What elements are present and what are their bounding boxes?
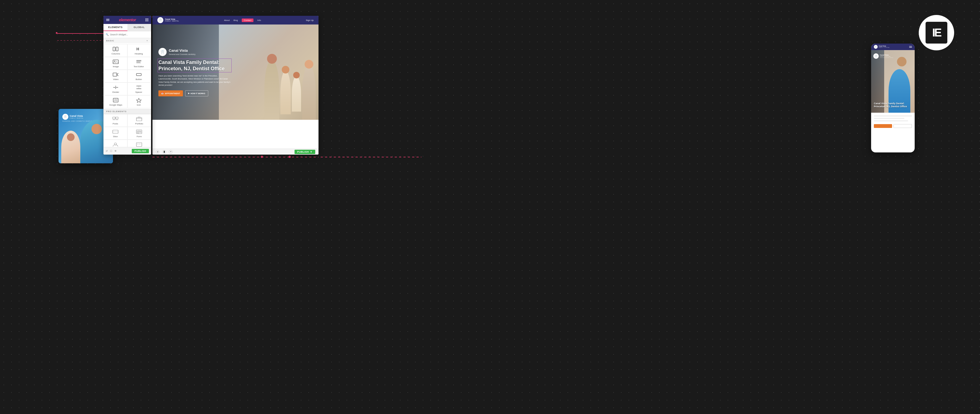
portfolio-icon [136, 116, 142, 121]
element-button[interactable]: Button [127, 70, 151, 83]
tab-elements[interactable]: ELEMENTS [103, 24, 127, 31]
section-basic-label: BASIC ▼ [103, 38, 151, 43]
dashed-dot-right [288, 156, 291, 158]
element-slice[interactable]: Slice [103, 127, 127, 140]
element-heading[interactable]: H Heading [127, 44, 151, 57]
element-text-editor[interactable]: Text Editor [127, 57, 151, 70]
mobile-btn-appointment [874, 124, 892, 128]
hero-buttons: 📅 APPOINTMENT ▶ HOW IT WORKS [158, 90, 231, 96]
tab-global[interactable]: GLOBAL [127, 24, 151, 31]
dot-decoration-left [56, 32, 57, 34]
mobile-hamburger-line [909, 47, 912, 48]
mobile-logo: 🦷 Canal Vista FAMILY DENTAL [874, 45, 890, 49]
left-preview-clinic-subtitle: FAMILY DENTAL [70, 117, 84, 119]
svg-rect-0 [113, 47, 115, 51]
nav-link-about[interactable]: About [224, 19, 230, 22]
play-icon: ▶ [188, 92, 189, 94]
text-editor-icon [136, 59, 142, 64]
button-label: Button [135, 78, 142, 81]
eye-icon[interactable]: 👁 [115, 150, 117, 153]
hamburger-line-1 [106, 19, 110, 19]
canvas-bottom-icons: 🖥 📱 👁 [156, 150, 173, 154]
canvas-publish-button[interactable]: PUBLISH ▼ [294, 150, 315, 154]
login-icon [113, 142, 118, 147]
nav-link-contact[interactable]: Contact [242, 19, 254, 22]
element-portfolio[interactable]: Portfolio [127, 114, 151, 127]
columns-label: Columns [111, 53, 120, 55]
grid-dot [148, 20, 148, 21]
how-it-works-button[interactable]: ▶ HOW IT WORKS [185, 90, 208, 96]
mobile-logo-tooth: 🦷 [874, 45, 878, 49]
site-logo-tooth-icon: 🦷 [158, 17, 163, 23]
panel-bottom-icons: ↺ ☐ 👁 [106, 150, 117, 153]
nav-link-blog[interactable]: Blog [234, 19, 238, 22]
dashed-dot-center [261, 156, 263, 158]
svg-rect-20 [116, 117, 118, 119]
nav-cta-button[interactable]: Sign Up [306, 19, 313, 22]
panel-search-bar: 🔍 [103, 31, 151, 38]
responsive-icon[interactable]: ☐ [110, 150, 112, 153]
element-google-maps[interactable]: Google Maps [104, 95, 127, 108]
canvas-bottom-bar: 🖥 📱 👁 PUBLISH ▼ [153, 149, 318, 154]
elementor-badge-icon: IE [926, 22, 947, 43]
publish-chevron-icon: ▼ [310, 151, 312, 153]
search-input[interactable] [110, 33, 149, 36]
hero-logo-area: 🦷 Canal Vista General and Cosmetic denti… [158, 48, 231, 56]
svg-rect-19 [113, 117, 115, 119]
publish-button[interactable]: PUBLISH [132, 149, 149, 153]
mobile-content-line-2 [874, 118, 904, 119]
mobile-btn-how-it-works [893, 124, 912, 128]
image-icon [113, 59, 119, 64]
canvas-responsive-desktop[interactable]: 🖥 [156, 150, 159, 154]
mobile-hero-tagline: General and Cosmetic dentistry [880, 57, 893, 58]
svg-rect-1 [116, 47, 118, 51]
mobile-bottom-content [871, 113, 915, 131]
mobile-button-placeholders [874, 124, 912, 128]
elementor-logo-badge: IE [919, 15, 954, 50]
svg-rect-23 [136, 118, 142, 121]
mobile-hero-title: Canal Vista Family Dental: Princeton, NJ… [874, 102, 912, 108]
section-basic-chevron[interactable]: ▼ [146, 40, 148, 41]
mobile-hero-content: Canal Vista Family Dental: Princeton, NJ… [874, 102, 912, 108]
hero-content: 🦷 Canal Vista General and Cosmetic denti… [153, 43, 237, 102]
canvas-eye-preview[interactable]: 👁 [169, 150, 173, 154]
grid-dot [145, 21, 146, 22]
left-preview-clinic-name: Canal Vista [70, 115, 84, 118]
mobile-hamburger-menu[interactable] [909, 46, 912, 48]
element-icon[interactable]: Icon [127, 95, 151, 108]
svg-rect-17 [113, 98, 118, 102]
element-divider[interactable]: Divider [104, 83, 127, 95]
canvas-responsive-tablet[interactable]: 📱 [162, 150, 166, 154]
svg-text:H: H [136, 47, 139, 51]
grid-dot [145, 20, 146, 21]
element-image[interactable]: Image [104, 57, 127, 70]
mobile-hero-logo: 🦷 Canal Vista FAMILY DENTAL General and … [873, 53, 893, 59]
grid-dot [148, 21, 148, 22]
element-spacer[interactable]: Spacer [127, 83, 151, 95]
site-logo-sub: FAMILY DENTAL [165, 21, 179, 22]
element-video[interactable]: Video [104, 70, 127, 83]
mobile-nav: 🦷 Canal Vista FAMILY DENTAL [871, 43, 915, 50]
bottom-dashed-line-right [321, 157, 422, 157]
element-columns[interactable]: Columns [104, 44, 127, 57]
columns-icon [113, 46, 119, 51]
appointment-button[interactable]: 📅 APPOINTMENT [158, 90, 183, 96]
mobile-hero-section: 🦷 Canal Vista FAMILY DENTAL General and … [871, 50, 915, 113]
panel-grid-icon[interactable] [145, 19, 148, 22]
panel-hamburger-menu[interactable] [106, 19, 110, 21]
grid-dot [145, 19, 146, 19]
spacer-icon [136, 85, 142, 90]
posts-icon [113, 116, 118, 121]
history-icon[interactable]: ↺ [106, 150, 108, 153]
slice-icon [113, 129, 118, 134]
image-label: Image [113, 65, 119, 68]
nav-link-info[interactable]: Info [257, 19, 261, 22]
site-nav-links: About Blog Contact Info [224, 19, 261, 22]
element-posts[interactable]: Posts [103, 114, 127, 127]
hero-logo-tooth-icon: 🦷 [158, 48, 167, 56]
heading-icon: H [136, 46, 142, 51]
svg-rect-29 [137, 131, 141, 132]
element-form[interactable]: Form [127, 127, 151, 140]
svg-rect-32 [136, 143, 142, 146]
portfolio-label: Portfolio [135, 123, 143, 125]
